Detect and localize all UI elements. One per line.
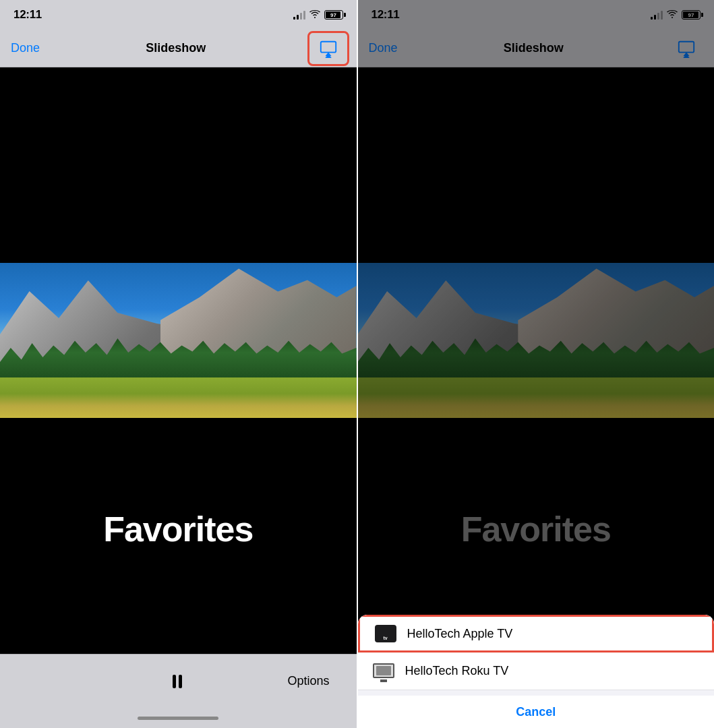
pause-button[interactable] [173,675,182,688]
airplay-menu: tv HelloTech Apple TV [358,615,715,728]
pause-bar-right [179,675,182,688]
meadow [0,377,357,418]
roku-icon-container [371,659,396,684]
left-airplay-button[interactable] [311,34,345,63]
left-done-button[interactable]: Done [11,41,40,55]
left-main-content: Favorites [0,67,357,654]
airplay-cancel-button[interactable]: Cancel [358,690,715,728]
menu-overlay [358,0,715,615]
apple-tv-item-label: HelloTech Apple TV [407,627,513,641]
roku-tv-icon [373,663,394,679]
left-favorites-title: Favorites [103,509,253,549]
roku-tv-item-label: HelloTech Roku TV [405,664,509,678]
left-home-indicator [0,708,357,728]
left-signal-icon [293,10,305,20]
airplay-menu-items: tv HelloTech Apple TV [358,615,715,690]
left-nav-bar: Done Slideshow [0,30,357,67]
airplay-menu-content: tv HelloTech Apple TV [358,615,715,728]
airplay-highlight-box [307,31,349,66]
left-black-top [0,67,357,263]
left-home-bar [138,717,218,720]
airplay-item-roku-tv[interactable]: HelloTech Roku TV [358,653,715,690]
left-bottom-controls: Options [0,654,357,708]
left-wifi-icon [309,10,320,20]
left-status-time: 12:11 [13,8,42,22]
left-black-bottom: Favorites [0,418,357,654]
airplay-item-apple-tv[interactable]: tv HelloTech Apple TV [358,615,715,653]
pause-bar-left [173,675,176,688]
left-status-icons: 97 [293,10,343,20]
right-phone-panel: 12:11 97 Done S [358,0,715,728]
apple-tv-icon-container: tv [374,621,398,646]
options-button[interactable]: Options [287,674,329,688]
cancel-label: Cancel [516,705,556,719]
left-status-bar: 12:11 97 [0,0,357,30]
left-battery-icon: 97 [324,10,343,20]
left-phone-panel: 12:11 97 Done S [0,0,357,728]
apple-tv-icon: tv [375,625,396,642]
left-landscape-photo [0,263,357,418]
left-nav-title: Slideshow [146,41,206,55]
apple-tv-label: tv [383,636,387,640]
